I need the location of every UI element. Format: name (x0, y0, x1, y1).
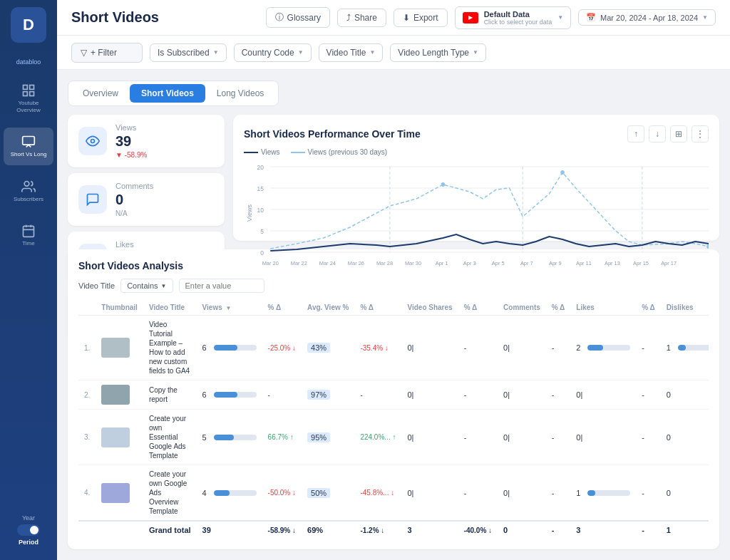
share-button[interactable]: ⤴ Share (337, 9, 386, 27)
filter-value-input[interactable] (179, 279, 264, 293)
svg-text:10: 10 (257, 207, 264, 214)
svg-text:15: 15 (257, 185, 264, 192)
row-title: Video Tutorial Example – How to add new … (143, 316, 197, 380)
row-comments: 0| (498, 380, 546, 410)
row-thumbnail (96, 316, 143, 380)
row-shares-delta: - (458, 465, 498, 522)
row-avg-view: 97% (302, 380, 354, 410)
row-comments-delta: - (546, 465, 571, 522)
legend-views-label: Views (261, 148, 280, 156)
row-shares: 0| (401, 465, 458, 522)
export-label: Export (413, 13, 438, 23)
svg-text:Mar 30: Mar 30 (405, 260, 421, 266)
row-avg-delta: - (354, 380, 401, 410)
row-likes-delta: - (636, 465, 661, 522)
sidebar-item-short-vs-long[interactable]: Short Vs Long (4, 128, 53, 165)
filter-chip-subscribed[interactable]: Is Subscribed ▼ (150, 43, 227, 62)
row-num: 1. (78, 316, 96, 380)
row-title: Create your own Essential Google Ads Tem… (143, 410, 197, 465)
filter-chip-length-label: Video Length Type (398, 48, 469, 58)
row-likes: 0| (570, 380, 636, 410)
filter-operator-label: Contains (127, 281, 158, 290)
sidebar-bottom: Year Period (17, 514, 40, 553)
col-title: Video Title (143, 300, 197, 316)
views-label: Views (115, 123, 214, 132)
filter-bar: ▽ + Filter Is Subscribed ▼ Country Code … (57, 36, 730, 70)
svg-rect-1 (30, 85, 34, 90)
sidebar-item-time[interactable]: Time (4, 217, 53, 254)
svg-point-5 (24, 181, 29, 186)
glossary-button[interactable]: ⓘ Glossary (266, 7, 330, 28)
sidebar-label-subscribers: Subscribers (14, 196, 43, 203)
tab-short-videos[interactable]: Short Videos (130, 84, 205, 103)
filter-chip-country[interactable]: Country Code ▼ (234, 43, 312, 62)
col-views[interactable]: Views ▼ (197, 300, 262, 316)
chart-down-btn[interactable]: ↓ (649, 125, 666, 142)
metric-views: Views 39 ▼ -58.9% (68, 115, 225, 167)
row-num: 2. (78, 380, 96, 410)
sidebar-label-short-vs-long: Short Vs Long (11, 151, 47, 158)
add-filter-button[interactable]: ▽ + Filter (71, 43, 143, 63)
svg-rect-0 (24, 85, 28, 90)
chart-up-btn[interactable]: ↑ (627, 125, 644, 142)
export-button[interactable]: ⬇ Export (394, 9, 448, 27)
row-views: 6 (197, 380, 262, 410)
gt-label: Grand total (143, 521, 197, 539)
tab-overview[interactable]: Overview (71, 84, 130, 103)
info-icon: ⓘ (275, 11, 284, 24)
tab-bar: Overview Short Videos Long Videos (68, 81, 279, 106)
svg-text:Apr 1: Apr 1 (436, 260, 448, 266)
row-comments: 0| (498, 410, 546, 465)
analysis-section: Short Videos Analysis Video Title Contai… (68, 249, 719, 549)
legend-dot-views (244, 152, 258, 153)
data-source-button[interactable]: ▶ Default Data Click to select your data… (455, 6, 571, 29)
app-logo[interactable]: D (11, 7, 46, 43)
chart-more-btn[interactable]: ⋮ (692, 125, 709, 142)
col-num (78, 300, 96, 316)
row-likes: 1 (570, 465, 636, 522)
svg-text:Apr 17: Apr 17 (661, 260, 677, 266)
analysis-table-container: Thumbnail Video Title Views ▼ % Δ Avg. V… (78, 300, 709, 539)
svg-text:Mar 26: Mar 26 (348, 260, 364, 266)
row-likes: 0| (570, 410, 636, 465)
filter-chip-video-title[interactable]: Video Title ▼ (319, 43, 384, 62)
row-thumbnail (96, 465, 143, 522)
date-range-button[interactable]: 📅 Mar 20, 2024 - Apr 18, 2024 ▼ (578, 9, 716, 26)
comments-change: N/A (115, 209, 214, 217)
svg-text:Views: Views (246, 204, 253, 221)
filter-operator-select[interactable]: Contains ▼ (120, 279, 173, 293)
col-comments-delta: % Δ (546, 300, 571, 316)
period-label: Period (19, 539, 38, 546)
filter-chip-length-type[interactable]: Video Length Type ▼ (390, 43, 486, 62)
logo-icon: D (23, 16, 34, 34)
row-views: 5 (197, 410, 262, 465)
chart-controls: ↑ ↓ ⊞ ⋮ (627, 125, 709, 142)
svg-text:Apr 9: Apr 9 (549, 260, 562, 266)
chart-table-btn[interactable]: ⊞ (670, 125, 687, 142)
comments-icon-bg (78, 185, 107, 214)
analysis-table: Thumbnail Video Title Views ▼ % Δ Avg. V… (78, 300, 709, 539)
row-likes: 2 (570, 316, 636, 380)
row-title: Copy the report (143, 380, 197, 410)
table-row: 4. Create your own Google Ads Overview T… (78, 465, 709, 522)
sidebar-item-subscribers[interactable]: Subscribers (4, 172, 53, 210)
calendar-icon: 📅 (586, 13, 596, 22)
metrics-panel: Views 39 ▼ -58.9% Comments 0 N/A (68, 115, 225, 241)
svg-text:5: 5 (260, 228, 264, 235)
page-title: Short Videos (71, 9, 159, 26)
share-label: Share (354, 13, 377, 23)
tab-long-videos[interactable]: Long Videos (205, 84, 276, 103)
filter-chip-title-arrow: ▼ (369, 49, 375, 56)
table-header-row: Thumbnail Video Title Views ▼ % Δ Avg. V… (78, 300, 709, 316)
chart-title: Short Videos Performance Over Time (244, 128, 421, 140)
year-period-toggle[interactable] (17, 524, 40, 536)
header: Short Videos ⓘ Glossary ⤴ Share ⬇ Export… (57, 0, 730, 36)
filter-chip-country-label: Country Code (242, 48, 294, 58)
svg-point-25 (441, 182, 446, 187)
svg-point-27 (706, 244, 709, 249)
sidebar-item-youtube-overview[interactable]: Youtube Overview (4, 76, 53, 120)
row-avg-view: 43% (302, 316, 354, 380)
row-num: 4. (78, 465, 96, 522)
svg-text:Mar 24: Mar 24 (319, 260, 336, 266)
svg-rect-3 (30, 92, 34, 96)
